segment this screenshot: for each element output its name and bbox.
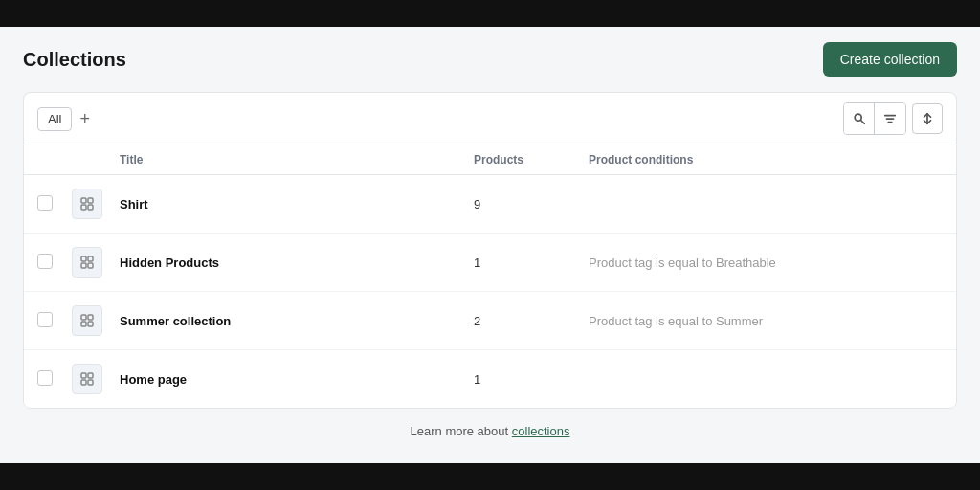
svg-rect-13 [88, 263, 93, 268]
col-header-icon [72, 153, 120, 167]
create-collection-button[interactable]: Create collection [823, 42, 957, 77]
row-icon-cell [72, 364, 120, 394]
row-checkbox-cell [37, 312, 72, 330]
filter-button[interactable] [875, 103, 905, 134]
search-icon [853, 112, 866, 125]
collection-name-1: Hidden Products [120, 256, 474, 270]
tab-add-filter[interactable]: + [79, 110, 90, 127]
row-checkbox-cell [37, 254, 72, 272]
sort-button[interactable] [912, 103, 943, 134]
footer-text: Learn more about [411, 424, 512, 438]
collection-icon-0 [72, 189, 102, 219]
collection-name-2: Summer collection [120, 314, 474, 328]
tab-all[interactable]: All [37, 107, 72, 131]
row-icon-cell [72, 189, 120, 219]
grid-icon [79, 371, 95, 387]
svg-rect-15 [88, 315, 93, 320]
filter-icon [883, 112, 897, 125]
filter-right [843, 102, 943, 135]
sort-icon [921, 112, 934, 125]
filter-icons-group [843, 102, 906, 135]
bottom-black-bar [0, 463, 980, 490]
main-content: Collections Create collection All + [0, 27, 980, 463]
product-count-2: 2 [474, 314, 589, 328]
row-checkbox-1[interactable] [37, 254, 53, 269]
product-count-1: 1 [474, 256, 589, 270]
filter-left: All + [37, 107, 90, 131]
collection-icon-2 [72, 305, 102, 336]
svg-rect-6 [81, 198, 86, 203]
col-header-title: Title [120, 153, 474, 167]
product-condition-2: Product tag is equal to Summer [589, 314, 943, 328]
filter-bar: All + [24, 93, 956, 145]
row-checkbox-3[interactable] [37, 370, 53, 386]
grid-icon [79, 255, 95, 270]
footer: Learn more about collections [23, 409, 957, 454]
row-checkbox-cell [37, 195, 72, 213]
collections-link[interactable]: collections [512, 424, 570, 438]
collections-card: All + [23, 92, 957, 409]
table-row[interactable]: Summer collection 2 Product tag is equal… [24, 292, 956, 350]
svg-rect-17 [88, 322, 93, 326]
top-black-bar [0, 0, 980, 27]
svg-line-1 [860, 121, 864, 124]
svg-rect-8 [81, 205, 86, 210]
page-title: Collections [23, 49, 126, 71]
page-header: Collections Create collection [23, 42, 957, 77]
svg-rect-20 [81, 380, 86, 385]
row-checkbox-cell [37, 370, 72, 389]
grid-icon [79, 196, 95, 212]
col-header-conditions: Product conditions [589, 153, 943, 167]
svg-rect-12 [81, 263, 86, 268]
svg-rect-10 [81, 256, 86, 261]
col-header-checkbox [37, 153, 72, 167]
svg-rect-11 [88, 256, 93, 261]
collection-icon-1 [72, 247, 102, 278]
svg-rect-14 [81, 315, 86, 320]
table-header: Title Products Product conditions [24, 145, 956, 175]
svg-rect-9 [88, 205, 93, 210]
row-icon-cell [72, 305, 120, 336]
svg-rect-19 [88, 373, 93, 378]
collection-name-0: Shirt [120, 197, 474, 212]
product-count-3: 1 [474, 372, 589, 387]
product-condition-1: Product tag is equal to Breathable [589, 256, 943, 270]
row-icon-cell [72, 247, 120, 278]
row-checkbox-0[interactable] [37, 195, 53, 211]
grid-icon [79, 313, 95, 328]
table-body: Shirt 9 Hidden Products 1 Product t [24, 175, 956, 408]
svg-rect-16 [81, 322, 86, 326]
collection-name-3: Home page [120, 372, 474, 387]
search-button[interactable] [844, 103, 875, 134]
svg-rect-21 [88, 380, 93, 385]
table-row[interactable]: Hidden Products 1 Product tag is equal t… [24, 234, 956, 292]
table-row[interactable]: Home page 1 [24, 350, 956, 408]
table-row[interactable]: Shirt 9 [24, 175, 956, 234]
collection-icon-3 [72, 364, 102, 394]
svg-rect-18 [81, 373, 86, 378]
col-header-products: Products [474, 153, 589, 167]
product-count-0: 9 [474, 197, 589, 212]
row-checkbox-2[interactable] [37, 312, 53, 327]
svg-rect-7 [88, 198, 93, 203]
